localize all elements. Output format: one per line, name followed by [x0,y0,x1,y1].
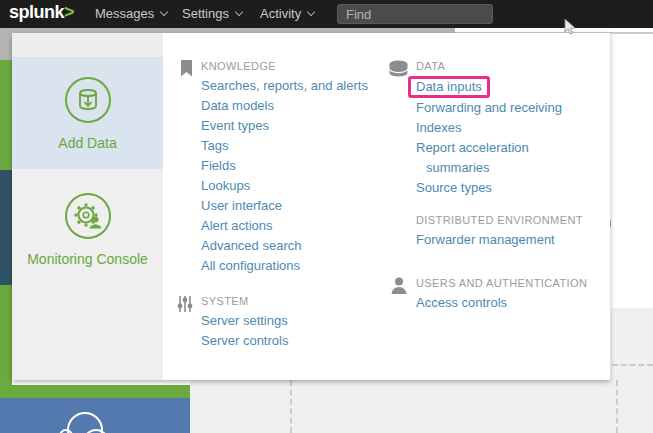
add-data-icon [64,76,112,124]
section-icon-spacer [389,212,408,250]
add-data-tile[interactable]: Add Data [12,57,163,169]
menu-label: Activity [260,6,301,21]
chevron-down-icon [307,8,315,16]
menu-link-label: Report acceleration summaries [416,140,529,175]
background-green-tile [0,60,12,170]
section-items: Access controls [416,293,578,313]
menu-link-label: Server settings [201,313,288,328]
logo-chevron: > [64,2,74,22]
section-header: KNOWLEDGE [201,60,368,72]
menu-link-label: Source types [416,180,492,195]
menu-link[interactable]: Event types [201,116,368,136]
menu-link-label: Lookups [201,178,250,193]
background-dashboard-area [190,378,653,433]
menu-messages[interactable]: Messages [95,0,167,28]
menu-link[interactable]: Forwarding and receiving [416,98,578,118]
menu-link[interactable]: All configurations [201,256,368,276]
menu-link-label: Tags [201,138,228,153]
menu-link-label: Searches, reports, and alerts [201,78,368,93]
logo-text: splunk [9,2,64,22]
database-icon [389,58,408,198]
tiles-spacer [12,33,163,57]
dashed-divider [616,380,618,433]
chevron-down-icon [160,8,168,16]
settings-tiles-column: Add Data Monitoring Console [12,33,163,380]
section-knowledge: KNOWLEDGE Searches, reports, and alertsD… [174,58,368,276]
chevron-down-icon [235,8,243,16]
background-green-tile [0,385,190,398]
circles-icon [52,400,122,433]
menu-link[interactable]: Advanced search [201,236,368,256]
section-users-authentication: USERS AND AUTHENTICATION Access controls [389,275,587,313]
menu-link[interactable]: Fields [201,156,368,176]
background-teal-tile [0,170,12,285]
menu-link[interactable]: Searches, reports, and alerts [201,76,368,96]
section-items: Data inputsForwarding and receivingIndex… [416,76,578,198]
section-items: Server settingsServer controls [201,311,288,351]
menu-link[interactable]: Data models [201,96,368,116]
background-dashboard-area [611,308,653,380]
menu-link-label: Forwarder management [416,232,555,247]
splunk-logo[interactable]: splunk> [9,2,74,23]
background-strip [0,34,12,60]
menu-link[interactable]: Access controls [416,293,578,313]
mouse-cursor [564,19,576,35]
menu-link[interactable]: Lookups [201,176,368,196]
menu-link-label: Indexes [416,120,462,135]
splunk-app-window: u splunk> Messages Settings Activity [0,0,653,433]
settings-dropdown-panel: Add Data Monitoring Console [12,33,610,380]
section-system: SYSTEM Server settingsServer controls [174,293,288,351]
dashed-divider [612,364,653,366]
menu-link-label: All configurations [201,258,300,273]
dashed-divider [290,380,292,433]
monitoring-console-tile[interactable]: Monitoring Console [12,169,163,290]
sliders-icon [174,293,193,351]
section-data: DATA Data inputsForwarding and receiving… [389,58,578,198]
menu-link-label: Advanced search [201,238,301,253]
section-header: DISTRIBUTED ENVIRONMENT [416,214,583,226]
section-header: SYSTEM [201,295,288,307]
menu-settings[interactable]: Settings [182,0,242,28]
menu-link[interactable]: User interface [201,196,368,216]
menu-link[interactable]: Data inputs [416,76,578,98]
monitoring-console-icon [64,192,112,240]
find-search-input[interactable] [337,4,493,24]
section-items: Forwarder management [416,230,578,250]
menu-link-label: Alert actions [201,218,273,233]
top-navigation-bar: splunk> Messages Settings Activity [0,0,653,28]
tile-label: Add Data [58,135,116,151]
menu-activity[interactable]: Activity [260,0,314,28]
menu-link-label: User interface [201,198,282,213]
background-green-tile [0,285,12,385]
menu-link[interactable]: Report acceleration summaries [416,138,578,178]
section-distributed-environment: DISTRIBUTED ENVIRONMENT Forwarder manage… [389,212,583,250]
menu-link-label: Fields [201,158,236,173]
menu-link[interactable]: Indexes [416,118,578,138]
menu-link[interactable]: Forwarder management [416,230,578,250]
menu-link-label: Forwarding and receiving [416,100,562,115]
bookmark-icon [174,58,193,276]
menu-link-label: Server controls [201,333,288,348]
menu-link-label: Access controls [416,295,507,310]
menu-link[interactable]: Alert actions [201,216,368,236]
menu-link[interactable]: Server controls [201,331,288,351]
menu-link-label: Event types [201,118,269,133]
menu-link-label: Data inputs [408,76,490,98]
menu-link[interactable]: Server settings [201,311,288,331]
menu-link-label: Data models [201,98,274,113]
background-blue-tile [0,398,190,433]
section-header: USERS AND AUTHENTICATION [416,277,587,289]
menu-label: Messages [95,6,154,21]
section-header: DATA [416,60,578,72]
menu-label: Settings [182,6,229,21]
section-items: Searches, reports, and alertsData models… [201,76,368,276]
menu-link[interactable]: Source types [416,178,578,198]
tile-label: Monitoring Console [27,251,148,267]
menu-link[interactable]: Tags [201,136,368,156]
user-icon [389,275,408,313]
